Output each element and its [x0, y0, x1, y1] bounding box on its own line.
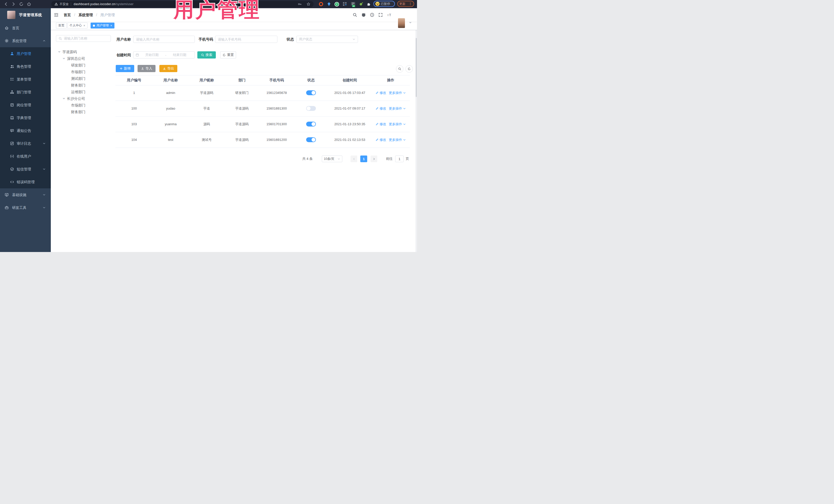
- refresh-table-button[interactable]: [405, 65, 413, 73]
- leaf-extension-icon[interactable]: [359, 2, 364, 6]
- tree-node-dept[interactable]: 财务部门: [56, 82, 112, 89]
- breadcrumb-current: 用户管理: [100, 13, 115, 17]
- sidebar-item-online-users[interactable]: 在线用户: [0, 150, 51, 163]
- tree-node-company[interactable]: 深圳总公司: [56, 56, 112, 62]
- dept-search-input[interactable]: 请输入部门名称: [56, 35, 111, 42]
- current-page-button[interactable]: 1: [360, 155, 367, 162]
- sidebar-item-system[interactable]: 系统管理: [0, 35, 51, 47]
- tree-node-dept[interactable]: 市场部门: [56, 102, 112, 109]
- export-button[interactable]: 导出: [159, 65, 177, 72]
- date-range-picker[interactable]: 开始日期 - 结束日期: [133, 51, 195, 59]
- more-actions-link[interactable]: 更多操作: [389, 122, 406, 127]
- browser-home-icon[interactable]: [27, 2, 31, 6]
- tree-node-dept[interactable]: 市场部门: [56, 69, 112, 75]
- browser-profile-chip[interactable]: 已暂停: [373, 1, 395, 7]
- message-bubble-icon: [10, 129, 14, 133]
- header-search-icon[interactable]: [353, 13, 357, 17]
- sidebar-item-menu-mgmt[interactable]: 菜单管理: [0, 73, 51, 86]
- page-scrollbar[interactable]: [415, 8, 417, 252]
- tree-node-root[interactable]: 芋道源码: [56, 49, 112, 56]
- import-button[interactable]: 导入: [137, 65, 155, 72]
- tree-node-dept[interactable]: 研发部门: [56, 62, 112, 69]
- github-icon[interactable]: [361, 13, 366, 17]
- status-toggle[interactable]: [306, 122, 316, 127]
- search-button[interactable]: 搜索: [197, 51, 216, 59]
- url-host: dashboard.yudao.iocoder.cn: [74, 2, 115, 6]
- status-toggle[interactable]: [306, 106, 316, 111]
- sidebar-item-role-mgmt[interactable]: 角色管理: [0, 60, 51, 73]
- edit-link[interactable]: 修改: [375, 137, 386, 142]
- browser-reload-icon[interactable]: [19, 2, 24, 6]
- caret-down-icon[interactable]: [63, 98, 65, 101]
- user-avatar[interactable]: [398, 18, 405, 28]
- more-actions-link[interactable]: 更多操作: [389, 137, 406, 142]
- caret-down-icon[interactable]: [63, 58, 65, 61]
- edit-link[interactable]: 修改: [375, 106, 386, 111]
- tree-node-dept[interactable]: 测试部门: [56, 75, 112, 82]
- goto-page-input[interactable]: [395, 155, 404, 162]
- sidebar-item-home[interactable]: 首页: [0, 22, 51, 35]
- toggle-search-button[interactable]: [396, 65, 403, 73]
- tree-node-dept[interactable]: 财务部门: [56, 109, 112, 115]
- collapse-sidebar-icon[interactable]: [54, 13, 59, 17]
- extensions-puzzle-icon[interactable]: [367, 2, 371, 6]
- caret-down-icon[interactable]: [58, 51, 61, 54]
- sidebar-item-post-mgmt[interactable]: 岗位管理: [0, 98, 51, 111]
- breadcrumb-system[interactable]: 系统管理: [79, 13, 93, 17]
- sidebar-item-dev-tools[interactable]: 研发工具: [0, 201, 51, 214]
- scrollbar-thumb[interactable]: [416, 38, 417, 97]
- tab-user-mgmt[interactable]: 用户管理 ×: [91, 23, 114, 28]
- tree-node-dept[interactable]: 运维部门: [56, 89, 112, 95]
- fullscreen-icon[interactable]: [378, 13, 383, 17]
- page-size-select[interactable]: 10条/页: [322, 155, 342, 162]
- edit-link[interactable]: 修改: [375, 122, 386, 127]
- help-icon[interactable]: [370, 13, 374, 17]
- orange-extension-icon[interactable]: [319, 2, 323, 6]
- gem-extension-icon[interactable]: [327, 2, 331, 6]
- more-actions-link[interactable]: 更多操作: [389, 106, 406, 111]
- dept-tree: 芋道源码 深圳总公司 研发部门 市场部门 测试部门 财务部门 运维部门 长沙分公…: [56, 49, 112, 115]
- font-size-icon[interactable]: [387, 13, 392, 17]
- tab-profile[interactable]: 个人中心 ×: [67, 23, 88, 28]
- grid-extension-icon[interactable]: [343, 2, 347, 6]
- prev-page-button[interactable]: [351, 155, 357, 162]
- browser-forward-icon[interactable]: [11, 2, 16, 6]
- security-label: 不安全: [60, 2, 69, 6]
- browser-update-button[interactable]: 更新: [397, 1, 414, 7]
- avatar-caret-icon[interactable]: [409, 22, 412, 25]
- onetab-extension-icon[interactable]: on: [351, 2, 355, 6]
- close-icon[interactable]: ×: [83, 24, 85, 27]
- close-icon[interactable]: ×: [110, 24, 112, 27]
- sidebar-item-dept-mgmt[interactable]: 部门管理: [0, 86, 51, 98]
- browser-menu-dots-icon[interactable]: [409, 2, 412, 6]
- sidebar-item-user-mgmt[interactable]: 用户管理: [0, 47, 51, 60]
- sidebar-item-dict-mgmt[interactable]: 字典管理: [0, 111, 51, 124]
- tab-home[interactable]: 首页: [56, 23, 67, 28]
- sidebar-item-sms-mgmt[interactable]: 短信管理: [0, 163, 51, 176]
- add-button[interactable]: 新增: [116, 65, 134, 72]
- green-y-extension-icon[interactable]: [334, 2, 339, 6]
- status-toggle[interactable]: [306, 90, 316, 95]
- next-page-button[interactable]: [371, 155, 377, 162]
- sidebar-item-infra[interactable]: 基础设施: [0, 188, 51, 201]
- password-key-icon[interactable]: [298, 2, 302, 6]
- status-toggle[interactable]: [306, 137, 316, 142]
- status-select[interactable]: 用户状态: [297, 36, 358, 43]
- reset-button[interactable]: 重置: [220, 51, 236, 59]
- sidebar-item-notice[interactable]: 通知公告: [0, 124, 51, 137]
- app-logo-row[interactable]: 芋道管理系统: [0, 8, 51, 22]
- more-actions-link[interactable]: 更多操作: [389, 91, 406, 95]
- sidebar-item-audit-log[interactable]: 审计日志: [0, 137, 51, 150]
- tree-node-company[interactable]: 长沙分公司: [56, 95, 112, 102]
- breadcrumb-home[interactable]: 首页: [64, 13, 71, 17]
- username-input[interactable]: [133, 36, 195, 43]
- sidebar-item-errcode-mgmt[interactable]: 错误码管理: [0, 176, 51, 188]
- profile-status-label: 已暂停: [381, 2, 390, 6]
- online-signal-icon: [10, 154, 14, 158]
- mobile-input[interactable]: [215, 36, 278, 43]
- edit-link[interactable]: 修改: [375, 91, 386, 95]
- chevron-down-icon: [43, 168, 46, 171]
- browser-back-icon[interactable]: [4, 2, 8, 6]
- chevron-down-icon: [43, 206, 46, 209]
- bookmark-star-icon[interactable]: [306, 2, 310, 6]
